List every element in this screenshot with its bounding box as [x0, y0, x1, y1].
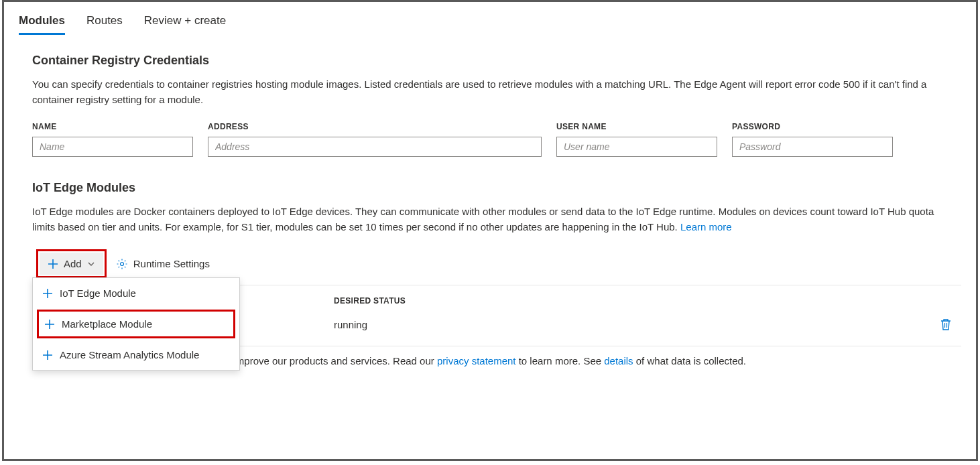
privacy-statement-link[interactable]: privacy statement: [437, 355, 516, 367]
plus-icon: [42, 288, 53, 299]
registry-desc: You can specify credentials to container…: [32, 77, 957, 107]
name-label: NAME: [32, 122, 193, 131]
add-button[interactable]: Add: [40, 253, 103, 275]
trash-icon: [940, 318, 952, 331]
iot-edge-modules-desc: IoT Edge modules are Docker containers d…: [32, 204, 957, 235]
address-label: ADDRESS: [208, 122, 542, 131]
page-frame: Modules Routes Review + create Container…: [2, 0, 978, 461]
details-link[interactable]: details: [604, 355, 633, 367]
add-button-label: Add: [64, 258, 82, 269]
learn-more-link[interactable]: Learn more: [680, 221, 732, 232]
plus-icon: [42, 350, 53, 360]
registry-title: Container Registry Credentials: [32, 54, 961, 68]
add-button-highlight: Add: [36, 249, 107, 278]
registry-credentials-row: NAME ADDRESS USER NAME PASSWORD: [32, 122, 961, 157]
password-label: PASSWORD: [732, 122, 893, 131]
gear-icon: [116, 258, 128, 270]
user-name-label: USER NAME: [556, 122, 717, 131]
user-name-input[interactable]: [556, 137, 717, 157]
desired-status-header: DESIRED STATUS: [334, 296, 934, 306]
desired-status-cell: running: [334, 319, 940, 330]
wizard-tabs: Modules Routes Review + create: [19, 14, 961, 35]
runtime-settings-label: Runtime Settings: [133, 258, 210, 269]
iot-edge-modules-title: IoT Edge Modules: [32, 181, 961, 195]
tab-modules[interactable]: Modules: [19, 14, 65, 35]
svg-point-0: [120, 262, 123, 265]
plus-icon: [48, 259, 58, 269]
password-input[interactable]: [732, 137, 893, 157]
dropdown-item-marketplace-module[interactable]: Marketplace Module: [37, 310, 235, 338]
chevron-down-icon: [87, 260, 95, 268]
add-dropdown: IoT Edge Module Marketplace Module Azure…: [32, 277, 240, 371]
tab-routes[interactable]: Routes: [86, 14, 123, 35]
plus-icon: [44, 319, 55, 330]
delete-module-button[interactable]: [940, 318, 952, 331]
tab-review-create[interactable]: Review + create: [144, 14, 226, 35]
address-input[interactable]: [208, 137, 542, 157]
name-input[interactable]: [32, 137, 193, 157]
dropdown-item-iot-edge-module[interactable]: IoT Edge Module: [33, 278, 239, 308]
runtime-settings-button[interactable]: Runtime Settings: [116, 258, 210, 270]
modules-toolbar: Add Runtime Settings IoT Edge Module Mar…: [36, 249, 961, 278]
dropdown-item-asa-module[interactable]: Azure Stream Analytics Module: [33, 340, 239, 370]
